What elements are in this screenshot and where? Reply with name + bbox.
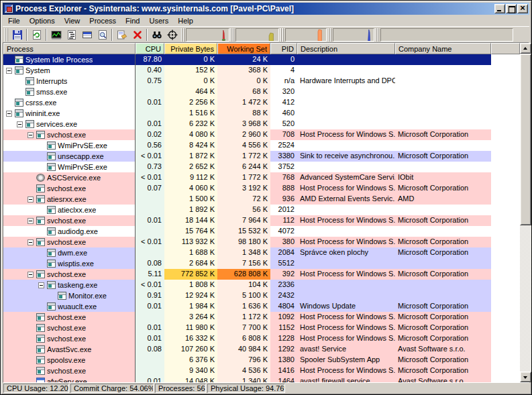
cpu-usage-graph[interactable] (186, 28, 229, 42)
tree-collapse-box[interactable] (28, 239, 34, 245)
process-row[interactable]: System0.40152 K368 K4 (3, 65, 520, 76)
cpu-cell: 0.01 (136, 215, 164, 226)
process-row[interactable]: atiesrxx.exe1 500 K72 K936AMD External E… (3, 194, 520, 205)
physical-memory-history-graph[interactable] (285, 28, 327, 42)
process-row[interactable]: svchost.exe< 0.01113 932 K98 180 K380Hos… (3, 237, 520, 247)
process-row[interactable]: afwServ.exe0.0114 048 K1 340 K1464avast!… (3, 376, 520, 382)
menu-options[interactable]: Options (25, 16, 60, 25)
application-icon (25, 77, 34, 85)
toolbar-grip[interactable] (5, 28, 8, 42)
tree-collapse-box[interactable] (6, 68, 12, 74)
maximize-button[interactable] (506, 4, 517, 13)
column-header-private_bytes[interactable]: Private Bytes (164, 43, 217, 54)
tree-collapse-box[interactable] (38, 282, 44, 288)
vertical-scrollbar[interactable] (520, 43, 531, 382)
save-button[interactable] (9, 27, 25, 42)
process-row[interactable]: atieclxx.exe1 892 K56 K2012 (3, 205, 520, 215)
process-row[interactable]: wininit.exe1 516 K88 K460 (3, 108, 520, 119)
tree-collapse-box[interactable] (6, 111, 12, 117)
pid-cell: 1380 (270, 355, 297, 365)
commit-history-graph[interactable] (235, 28, 279, 42)
toolbar-grip[interactable] (181, 28, 184, 42)
show-process-tree-button[interactable] (64, 27, 79, 42)
scrollbar-track[interactable] (520, 225, 531, 372)
toolbar-grip[interactable] (231, 28, 234, 42)
scroll-up-button[interactable] (520, 43, 531, 54)
column-header-process[interactable]: Process (3, 43, 136, 54)
find-handles-button[interactable] (149, 27, 164, 42)
process-row[interactable]: smss.exe464 K68 K320 (3, 87, 520, 97)
process-row[interactable]: WmiPrvSE.exe0.732 652 K6 244 K3752 (3, 162, 520, 172)
io-history-graph[interactable] (333, 28, 374, 42)
tree-collapse-box[interactable] (28, 218, 34, 224)
refresh-button[interactable] (29, 27, 44, 42)
scrollbar-thumb[interactable] (520, 54, 531, 225)
title-bar[interactable]: Process Explorer - Sysinternals: www.sys… (3, 3, 529, 15)
tree-collapse-box[interactable] (28, 196, 34, 203)
menu-view[interactable]: View (60, 16, 85, 25)
view-handles-button[interactable] (95, 27, 110, 42)
description-cell (297, 205, 395, 215)
process-row[interactable]: svchost.exe0.0116 332 K6 808 K1228Host P… (3, 333, 520, 344)
select-columns-button[interactable] (79, 27, 95, 42)
process-row[interactable]: svchost.exe5.11772 852 K628 808 K392Host… (3, 269, 520, 280)
toolbar-grip[interactable] (280, 28, 284, 42)
tree-collapse-box[interactable] (28, 132, 34, 138)
toolbar-grip[interactable] (376, 28, 379, 42)
process-row[interactable]: csrss.exe0.012 256 K1 472 K412 (3, 97, 520, 108)
column-header-description[interactable]: Description (297, 43, 395, 54)
process-explorer-window: Process Explorer - Sysinternals: www.sys… (0, 0, 532, 395)
scroll-down-button[interactable] (520, 372, 531, 382)
properties-button[interactable] (114, 27, 129, 42)
process-row[interactable]: taskeng.exe< 0.011 808 K104 K2336 (3, 280, 520, 290)
process-row[interactable]: ASCService.exe< 0.019 112 K1 772 K768Adv… (3, 172, 520, 183)
column-header-working_set[interactable]: Working Set (217, 43, 270, 54)
process-row[interactable]: AvastSvc.exe0.08107 260 K40 984 K1292ava… (3, 344, 520, 355)
menu-users[interactable]: Users (144, 16, 173, 25)
process-row[interactable]: unsecapp.exe< 0.011 872 K1 772 K3380Sink… (3, 151, 520, 162)
process-row[interactable]: svchost.exe0.0111 980 K7 700 K1152Host P… (3, 323, 520, 333)
system-information-button[interactable] (48, 27, 64, 42)
menu-file[interactable]: File (3, 16, 25, 25)
status-segment-3: Physical Usage: 94.76% (207, 384, 285, 393)
process-row[interactable]: spoolsv.exe6 376 K796 K1380Spooler SubSy… (3, 355, 520, 365)
column-header-company[interactable]: Company Name (395, 43, 491, 54)
process-row[interactable]: audiodg.exe15 764 K15 532 K4072 (3, 226, 520, 237)
menu-find[interactable]: Find (121, 16, 144, 25)
menu-process[interactable]: Process (85, 16, 121, 25)
process-row[interactable]: wisptis.exe0.082 684 K7 156 K5512 (3, 258, 520, 269)
close-button[interactable] (517, 4, 528, 13)
description-cell (297, 54, 395, 65)
toolbar-grip[interactable] (328, 28, 331, 42)
process-row[interactable]: dwm.exe1 688 K1 348 K2084Správce oken pl… (3, 247, 520, 258)
process-row[interactable]: svchost.exe0.0118 144 K7 964 K112Host Pr… (3, 215, 520, 226)
kill-process-button[interactable] (129, 27, 145, 42)
process-name-cell: svchost.exe (3, 215, 136, 226)
minimize-button[interactable] (494, 4, 505, 13)
column-header-pid[interactable]: PID (270, 43, 297, 54)
process-name: svchost.exe (47, 130, 86, 140)
process-row[interactable]: svchost.exe0.024 080 K2 960 K708Host Pro… (3, 129, 520, 140)
network-history-graph[interactable] (380, 28, 513, 42)
company-name-cell (395, 119, 491, 129)
tree-collapse-box[interactable] (17, 121, 23, 127)
process-row[interactable]: svchost.exe0.074 060 K3 192 K888Host Pro… (3, 183, 520, 194)
pid-cell: 5512 (270, 258, 297, 269)
company-name-cell (395, 76, 491, 87)
process-row[interactable]: Interrupts0.750 K0 Kn/aHardware Interrup… (3, 76, 520, 87)
column-header-cpu[interactable]: CPU (136, 43, 164, 54)
find-window-process-button[interactable] (164, 27, 180, 42)
process-row[interactable]: WmiPrvSE.exe0.568 424 K4 556 K2524 (3, 140, 520, 151)
process-row[interactable]: svchost.exe3 264 K1 172 K1092Host Proces… (3, 312, 520, 323)
process-row[interactable]: svchost.exe9 340 K4 536 K1416Host Proces… (3, 365, 520, 376)
process-row[interactable]: services.exe0.016 232 K3 968 K520 (3, 119, 520, 129)
process-row[interactable]: Monitor.exe0.9112 924 K5 100 K2432 (3, 290, 520, 301)
working-set-cell: 1 348 K (217, 247, 270, 258)
process-name-cell: svchost.exe (3, 312, 136, 323)
tree-collapse-box[interactable] (28, 272, 34, 278)
process-row[interactable]: System Idle Process87.800 K24 K0 (3, 54, 520, 65)
menu-help[interactable]: Help (173, 16, 198, 25)
process-row[interactable]: wuauclt.exe0.011 984 K1 636 K4804Windows… (3, 301, 520, 312)
pid-cell: 1416 (270, 365, 297, 376)
application-icon (15, 109, 23, 117)
